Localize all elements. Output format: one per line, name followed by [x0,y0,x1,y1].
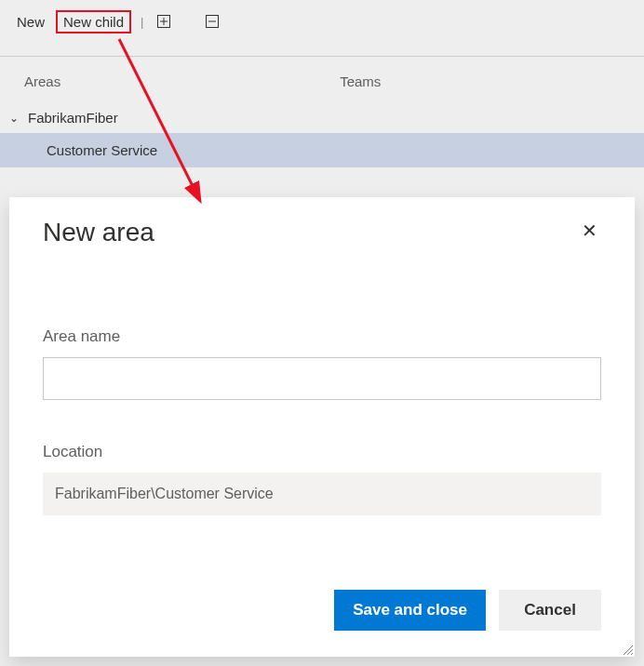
new-area-dialog: New area ✕ Area name Location Save and c… [9,197,635,657]
tree-node-label: Customer Service [47,142,157,158]
tab-teams[interactable]: Teams [340,73,381,89]
svg-line-2 [631,653,633,655]
close-button[interactable]: ✕ [578,218,601,244]
plus-box-icon [157,15,170,28]
new-child-button[interactable]: New child [56,10,131,33]
dialog-header: New area ✕ [43,218,601,247]
dialog-button-row: Save and close Cancel [43,590,601,631]
area-name-input[interactable] [43,357,601,400]
resize-grip-icon[interactable] [622,644,633,655]
collapse-all-button[interactable] [201,10,223,33]
save-and-close-button[interactable]: Save and close [334,590,486,631]
expand-all-button[interactable] [153,10,175,33]
location-label: Location [43,443,601,461]
tab-areas[interactable]: Areas [24,73,60,89]
tree-node-child[interactable]: Customer Service [0,133,644,167]
location-input[interactable] [43,473,601,515]
area-tree: ⌄ FabrikamFiber Customer Service [0,102,644,167]
chevron-down-icon: ⌄ [9,112,22,125]
close-icon: ✕ [582,220,597,241]
toolbar-separator: | [141,15,143,29]
dialog-title: New area [43,218,154,247]
form-area: Area name Location [43,327,601,515]
area-name-label: Area name [43,327,601,346]
toolbar: New New child | [0,0,644,43]
new-button[interactable]: New [9,10,52,33]
cancel-button[interactable]: Cancel [499,590,601,631]
tree-node-parent[interactable]: ⌄ FabrikamFiber [0,102,644,133]
minus-box-icon [206,15,219,28]
tabs-row: Areas Teams [0,57,644,102]
tree-node-label: FabrikamFiber [28,110,118,126]
